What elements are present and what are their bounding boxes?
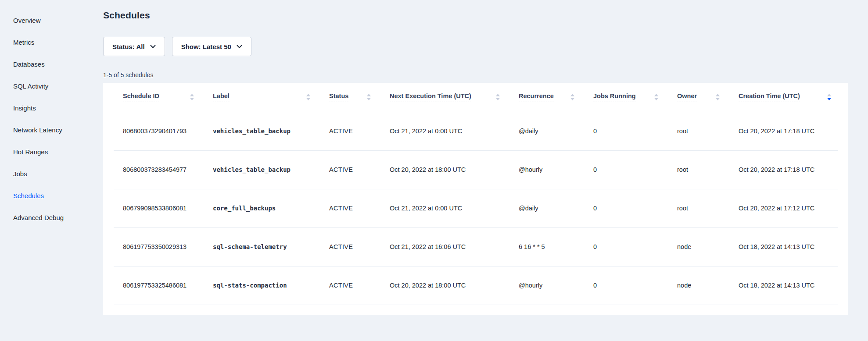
column-header-label[interactable]: Label [213, 83, 329, 112]
cell-label: vehicles_table_backup [213, 112, 329, 150]
cell-next-execution: Oct 21, 2022 at 16:06 UTC [390, 227, 519, 266]
sidebar-item-sql-activity[interactable]: SQL Activity [0, 75, 103, 97]
column-header-next-execution-time[interactable]: Next Execution Time (UTC) [390, 83, 519, 112]
status-filter-dropdown[interactable]: Status: All [103, 37, 165, 56]
cell-creation-time: Oct 18, 2022 at 14:13 UTC [739, 266, 838, 305]
cell-creation-time: Oct 20, 2022 at 17:18 UTC [739, 150, 838, 189]
page-title: Schedules [103, 9, 848, 22]
show-filter-dropdown[interactable]: Show: Latest 50 [172, 37, 251, 56]
sidebar-item-hot-ranges[interactable]: Hot Ranges [0, 141, 103, 163]
main-content: Schedules Status: All Show: Latest 50 1-… [103, 0, 848, 315]
cell-next-execution: Oct 20, 2022 at 18:00 UTC [390, 266, 519, 305]
column-header-label: Status [329, 92, 348, 102]
table-row[interactable]: 806197753325486081 sql-stats-compaction … [114, 266, 838, 305]
sort-icon [654, 93, 659, 101]
column-header-label: Schedule ID [123, 92, 159, 102]
cell-status: ACTIVE [329, 112, 390, 150]
cell-jobs-running: 0 [593, 227, 677, 266]
cell-owner: node [677, 266, 739, 305]
sidebar-item-insights[interactable]: Insights [0, 97, 103, 119]
sort-icon [190, 93, 194, 101]
cell-jobs-running: 0 [593, 266, 677, 305]
cell-schedule-id: 806197753325486081 [114, 266, 213, 305]
sidebar-item-metrics[interactable]: Metrics [0, 31, 103, 53]
cell-status: ACTIVE [329, 189, 390, 227]
cell-label: core_full_backups [213, 189, 329, 227]
column-header-recurrence[interactable]: Recurrence [519, 83, 593, 112]
sidebar-item-databases[interactable]: Databases [0, 53, 103, 75]
sidebar: Overview Metrics Databases SQL Activity … [0, 9, 103, 228]
schedules-table-card: Schedule ID Label Status [103, 83, 848, 315]
table-row[interactable]: 806800373290401793 vehicles_table_backup… [114, 112, 838, 150]
table-row[interactable]: 806800373283454977 vehicles_table_backup… [114, 150, 838, 189]
results-count: 1-5 of 5 schedules [103, 71, 848, 79]
column-header-label: Owner [677, 92, 697, 102]
cell-next-execution: Oct 20, 2022 at 18:00 UTC [390, 150, 519, 189]
show-filter-label: Show: Latest 50 [181, 43, 231, 50]
cell-recurrence: @hourly [519, 266, 593, 305]
cell-schedule-id: 806800373290401793 [114, 112, 213, 150]
column-header-label: Label [213, 92, 230, 102]
cell-label: sql-stats-compaction [213, 266, 329, 305]
sort-icon [715, 93, 720, 101]
column-header-status[interactable]: Status [329, 83, 390, 112]
cell-label: vehicles_table_backup [213, 150, 329, 189]
cell-jobs-running: 0 [593, 150, 677, 189]
column-header-label: Creation Time (UTC) [739, 92, 800, 102]
sort-icon [570, 93, 575, 101]
column-header-schedule-id[interactable]: Schedule ID [114, 83, 213, 112]
cell-recurrence: @daily [519, 112, 593, 150]
cell-schedule-id: 806799098533806081 [114, 189, 213, 227]
sidebar-item-overview[interactable]: Overview [0, 9, 103, 31]
cell-recurrence: @hourly [519, 150, 593, 189]
cell-label: sql-schema-telemetry [213, 227, 329, 266]
sort-icon [366, 93, 371, 101]
cell-schedule-id: 806197753350029313 [114, 227, 213, 266]
column-header-label: Jobs Running [593, 92, 636, 102]
sidebar-item-network-latency[interactable]: Network Latency [0, 119, 103, 141]
sort-icon [306, 93, 311, 101]
cell-owner: root [677, 150, 739, 189]
sidebar-item-schedules[interactable]: Schedules [0, 185, 103, 206]
cell-jobs-running: 0 [593, 112, 677, 150]
cell-jobs-running: 0 [593, 189, 677, 227]
filter-bar: Status: All Show: Latest 50 [103, 37, 848, 56]
cell-creation-time: Oct 20, 2022 at 17:12 UTC [739, 189, 838, 227]
cell-owner: root [677, 112, 739, 150]
schedules-table: Schedule ID Label Status [114, 83, 838, 305]
column-header-label: Recurrence [519, 92, 554, 102]
cell-status: ACTIVE [329, 227, 390, 266]
column-header-jobs-running[interactable]: Jobs Running [593, 83, 677, 112]
cell-recurrence: 6 16 * * 5 [519, 227, 593, 266]
table-row[interactable]: 806197753350029313 sql-schema-telemetry … [114, 227, 838, 266]
cell-creation-time: Oct 18, 2022 at 14:13 UTC [739, 227, 838, 266]
column-header-creation-time[interactable]: Creation Time (UTC) [739, 83, 838, 112]
status-filter-label: Status: All [112, 43, 145, 50]
sort-icon-active-desc [827, 93, 832, 101]
column-header-owner[interactable]: Owner [677, 83, 739, 112]
sort-icon [495, 93, 500, 101]
cell-owner: root [677, 189, 739, 227]
cell-recurrence: @daily [519, 189, 593, 227]
table-header-row: Schedule ID Label Status [114, 83, 838, 112]
cell-owner: node [677, 227, 739, 266]
cell-status: ACTIVE [329, 266, 390, 305]
cell-schedule-id: 806800373283454977 [114, 150, 213, 189]
cell-status: ACTIVE [329, 150, 390, 189]
table-row[interactable]: 806799098533806081 core_full_backups ACT… [114, 189, 838, 227]
cell-creation-time: Oct 20, 2022 at 17:18 UTC [739, 112, 838, 150]
cell-next-execution: Oct 21, 2022 at 0:00 UTC [390, 189, 519, 227]
chevron-down-icon [150, 45, 156, 49]
cell-next-execution: Oct 21, 2022 at 0:00 UTC [390, 112, 519, 150]
column-header-label: Next Execution Time (UTC) [390, 92, 471, 102]
sidebar-item-jobs[interactable]: Jobs [0, 163, 103, 185]
chevron-down-icon [237, 45, 242, 49]
sidebar-item-advanced-debug[interactable]: Advanced Debug [0, 206, 103, 228]
